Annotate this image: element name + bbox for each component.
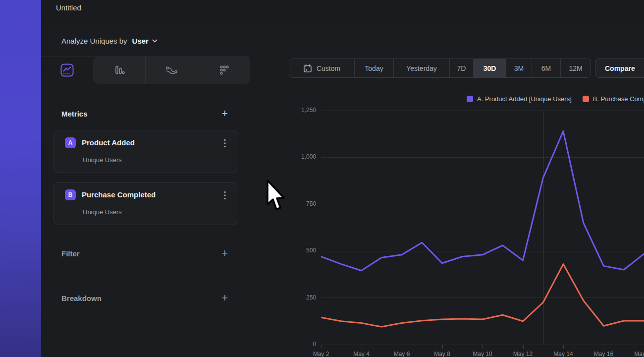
add-breakdown-button[interactable]: + (221, 293, 228, 303)
y-axis-label: 500 (250, 247, 316, 254)
kebab-menu-icon (224, 139, 226, 148)
bar-chart-icon (113, 64, 126, 77)
x-axis-label: May 4 (346, 351, 377, 357)
chart-series-lines (321, 111, 644, 345)
chart-type-tabs (93, 57, 250, 84)
metric-badge-b: B (65, 189, 76, 200)
add-filter-button[interactable]: + (221, 248, 228, 258)
metric-title: Product Added (82, 138, 135, 147)
filter-header-row: Filter + (41, 243, 250, 263)
add-metric-button[interactable]: + (221, 109, 228, 119)
metrics-header-row: Metrics + (41, 104, 250, 123)
chart-panel: Custom Today Yesterday 7D 30D 3M 6M 12M … (250, 25, 644, 357)
tab-flow-chart[interactable] (145, 57, 198, 84)
metric-menu-button[interactable] (221, 190, 229, 200)
metric-subtitle: Unique Users (83, 156, 122, 164)
query-sidebar: Analyze Uniques by User (41, 25, 250, 357)
breakdown-header-row: Breakdown + (41, 288, 250, 308)
series-line (321, 131, 644, 271)
analyze-row: Analyze Uniques by User (41, 25, 250, 57)
x-axis-tick (362, 345, 362, 349)
flow-chart-icon (165, 64, 179, 77)
x-axis-label: May 12 (507, 351, 539, 357)
x-axis-label: May 6 (386, 351, 418, 357)
x-axis-tick (402, 345, 402, 349)
y-axis-label: 1,250 (250, 107, 316, 114)
top-bar: Untitled (41, 0, 644, 25)
x-axis-tick (442, 345, 443, 349)
x-axis-tick (563, 345, 564, 349)
analytics-app: { "app": { "title": "Untitled" }, "sideb… (0, 0, 644, 357)
left-gradient-strip (0, 0, 41, 357)
x-axis-label: May 14 (547, 351, 579, 357)
analyze-user-value: User (132, 37, 149, 45)
metric-subtitle: Unique Users (83, 208, 122, 216)
chart-type-tabbar (41, 57, 250, 84)
chevron-down-icon (152, 39, 158, 43)
metric-card-purchase-completed[interactable]: B Purchase Completed Unique Users (54, 182, 237, 225)
funnel-dots-icon (218, 64, 231, 77)
analyze-user-dropdown[interactable]: User (132, 37, 158, 45)
tab-line-chart[interactable] (41, 57, 93, 84)
x-axis-label: May 8 (427, 351, 458, 357)
y-axis-label: 1,000 (250, 153, 316, 160)
x-axis-label: May 2 (305, 351, 337, 357)
breakdown-heading: Breakdown (61, 294, 102, 302)
metric-menu-button[interactable] (221, 138, 229, 148)
analyze-uniques-by-label: Analyze Uniques by (61, 37, 127, 45)
metric-card-product-added[interactable]: A Product Added Unique Users (54, 130, 237, 173)
metrics-heading: Metrics (61, 110, 88, 118)
x-axis-label: May 18 (628, 351, 644, 357)
y-axis-label: 250 (250, 294, 316, 301)
series-line (321, 264, 644, 327)
tab-bar-chart[interactable] (93, 57, 145, 84)
line-chart-icon (60, 63, 74, 77)
filter-heading: Filter (61, 249, 80, 258)
line-chart: 02505007501,0001,250May 2May 4May 6May 8… (250, 25, 644, 357)
x-axis-tick (523, 345, 524, 349)
x-axis-label: May 10 (467, 351, 498, 357)
y-axis-label: 0 (250, 341, 316, 348)
x-axis-label: May 16 (588, 351, 620, 357)
tab-funnel-dots[interactable] (198, 57, 250, 84)
x-axis-tick (604, 345, 604, 349)
x-axis-tick (321, 345, 322, 349)
x-axis-tick (483, 345, 483, 349)
metric-badge-a: A (65, 137, 76, 148)
report-title[interactable]: Untitled (56, 3, 81, 12)
mouse-cursor (266, 179, 288, 212)
metric-title: Purchase Completed (82, 190, 156, 199)
kebab-menu-icon (224, 191, 226, 200)
